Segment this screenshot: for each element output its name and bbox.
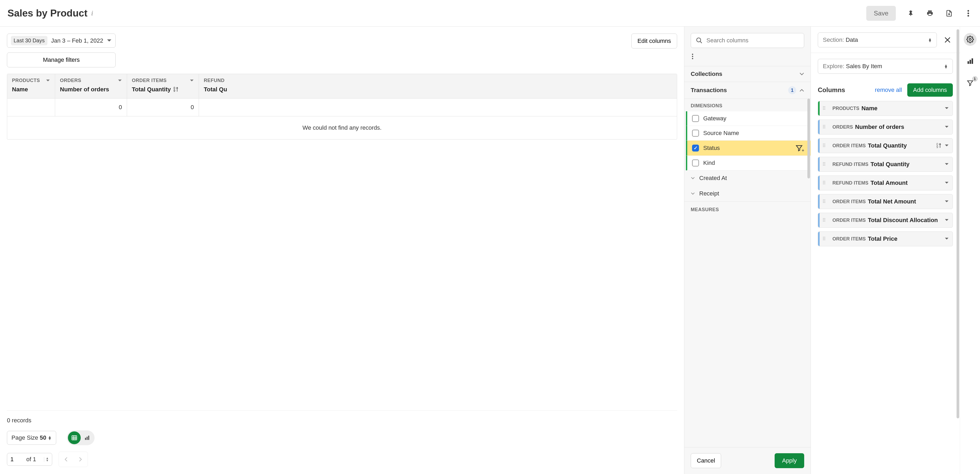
- column-header-orders[interactable]: ORDERS Number of orders: [55, 74, 127, 98]
- dimension-source-name[interactable]: Source Name: [686, 126, 811, 141]
- chart-view-button[interactable]: [81, 431, 94, 444]
- column-group: ORDER ITEMS: [832, 236, 866, 242]
- chart-rail-button[interactable]: [964, 55, 977, 68]
- columns-list: ⠿PRODUCTSName⠿ORDERSNumber of orders⠿ORD…: [811, 101, 960, 253]
- svg-point-11: [969, 38, 971, 40]
- scrollbar[interactable]: [807, 99, 810, 178]
- table-row: 0 0: [7, 98, 677, 116]
- dimension-created-at[interactable]: Created At: [684, 170, 811, 186]
- column-item[interactable]: ⠿ORDER ITEMSTotal Quantity09: [818, 138, 953, 153]
- search-columns-input[interactable]: [706, 37, 799, 44]
- view-toggle: [67, 430, 95, 445]
- svg-rect-6: [88, 436, 89, 440]
- filter-add-icon[interactable]: +: [795, 144, 804, 152]
- drag-handle-icon[interactable]: ⠿: [822, 108, 826, 109]
- page-size-select[interactable]: Page Size 50 ▲▼: [7, 431, 56, 445]
- export-icon[interactable]: [945, 9, 953, 17]
- page-stepper[interactable]: ▲▼: [44, 457, 49, 462]
- column-picker-panel: Collections Transactions 1 DIMENSIONS Ga…: [684, 27, 811, 474]
- checkbox-unchecked[interactable]: [692, 159, 699, 167]
- filter-rail-button[interactable]: 1: [964, 77, 977, 89]
- column-item[interactable]: ⠿ORDER ITEMSTotal Price: [818, 231, 953, 247]
- chevron-up-icon: [799, 89, 804, 92]
- scrollbar[interactable]: [956, 29, 959, 471]
- section-select[interactable]: Section: Data ▲▼: [818, 32, 937, 48]
- column-name: Total Net Amount: [868, 198, 916, 205]
- drag-handle-icon[interactable]: ⠿: [822, 220, 826, 221]
- table-view-button[interactable]: [68, 431, 81, 444]
- chevron-down-icon[interactable]: [945, 237, 949, 240]
- apply-button[interactable]: Apply: [775, 453, 804, 468]
- drag-handle-icon[interactable]: ⠿: [822, 126, 826, 128]
- checkbox-unchecked[interactable]: [692, 115, 699, 122]
- chevron-down-icon[interactable]: [945, 219, 949, 221]
- config-panel: Section: Data ▲▼ Explore: Sales By Item …: [811, 27, 960, 474]
- drag-handle-icon[interactable]: ⠿: [822, 145, 826, 146]
- record-count: 0 records: [7, 417, 677, 424]
- page-number-input[interactable]: of 1 ▲▼: [7, 453, 52, 466]
- svg-rect-14: [972, 58, 973, 64]
- column-header-order-items[interactable]: ORDER ITEMS Total Quantity 09: [127, 74, 199, 98]
- svg-rect-12: [967, 61, 969, 64]
- add-columns-button[interactable]: Add columns: [907, 83, 953, 97]
- print-icon[interactable]: [926, 9, 934, 17]
- dimension-receipt[interactable]: Receipt: [684, 186, 811, 201]
- chevron-down-icon: [691, 177, 695, 180]
- date-range-picker[interactable]: Last 30 Days Jan 3 – Feb 1, 2022: [7, 33, 116, 48]
- chevron-down-icon[interactable]: [945, 126, 949, 128]
- manage-filters-button[interactable]: Manage filters: [7, 52, 116, 67]
- column-name: Total Discount Allocation: [868, 217, 938, 224]
- cancel-button[interactable]: Cancel: [691, 453, 721, 468]
- prev-page-button[interactable]: [60, 453, 72, 465]
- column-item[interactable]: ⠿ORDER ITEMSTotal Discount Allocation: [818, 213, 953, 227]
- pin-icon[interactable]: [907, 9, 915, 17]
- checkbox-checked[interactable]: [692, 145, 699, 151]
- column-header-refund[interactable]: REFUND Total Qu: [199, 74, 677, 98]
- column-header-products[interactable]: PRODUCTS Name: [7, 74, 55, 98]
- sort-asc-icon[interactable]: 09: [173, 87, 178, 92]
- column-item[interactable]: ⠿REFUND ITEMSTotal Amount: [818, 175, 953, 190]
- column-item[interactable]: ⠿REFUND ITEMSTotal Quantity: [818, 157, 953, 172]
- page-number-field[interactable]: [10, 456, 18, 463]
- more-vertical-icon[interactable]: [691, 53, 804, 60]
- column-item[interactable]: ⠿ORDERSNumber of orders: [818, 119, 953, 135]
- column-group: ORDER ITEMS: [832, 199, 866, 205]
- next-page-button[interactable]: [74, 453, 86, 465]
- more-icon[interactable]: [964, 9, 972, 17]
- column-name: Total Amount: [870, 180, 908, 186]
- svg-point-1: [967, 12, 969, 14]
- badge-count: 1: [788, 86, 796, 94]
- chevron-down-icon[interactable]: [945, 181, 949, 184]
- drag-handle-icon[interactable]: ⠿: [822, 238, 826, 240]
- edit-columns-button[interactable]: Edit columns: [631, 33, 677, 48]
- checkbox-unchecked[interactable]: [692, 130, 699, 137]
- chevron-down-icon[interactable]: [945, 200, 949, 203]
- search-columns-box[interactable]: [691, 33, 804, 48]
- settings-rail-button[interactable]: [964, 33, 977, 46]
- chevron-down-icon[interactable]: [945, 163, 949, 165]
- drag-handle-icon[interactable]: ⠿: [822, 164, 826, 165]
- column-item[interactable]: ⠿ORDER ITEMSTotal Net Amount: [818, 194, 953, 209]
- chevron-down-icon[interactable]: [945, 144, 949, 147]
- explore-select[interactable]: Explore: Sales By Item ▲▼: [818, 59, 953, 74]
- svg-rect-13: [969, 60, 970, 64]
- columns-label: Columns: [818, 86, 869, 94]
- close-icon[interactable]: [942, 35, 953, 45]
- drag-handle-icon[interactable]: ⠿: [822, 201, 826, 202]
- column-group: ORDERS: [832, 124, 853, 130]
- results-table: PRODUCTS Name ORDERS Number of orders OR…: [7, 74, 677, 140]
- column-item[interactable]: ⠿PRODUCTSName: [818, 101, 953, 116]
- dimension-gateway[interactable]: Gateway: [686, 111, 811, 126]
- save-button[interactable]: Save: [866, 6, 896, 21]
- dimension-kind[interactable]: Kind: [686, 156, 811, 170]
- drag-handle-icon[interactable]: ⠿: [822, 182, 826, 184]
- dimension-status[interactable]: Status +: [686, 141, 811, 156]
- chevron-down-icon[interactable]: [945, 107, 949, 110]
- section-transactions[interactable]: Transactions 1: [684, 82, 811, 99]
- column-name: Name: [861, 105, 877, 112]
- info-icon[interactable]: i: [91, 9, 93, 17]
- svg-point-10: [692, 58, 694, 59]
- section-collections[interactable]: Collections: [684, 66, 811, 82]
- remove-all-link[interactable]: remove all: [875, 86, 902, 94]
- chevron-down-icon: [118, 80, 122, 82]
